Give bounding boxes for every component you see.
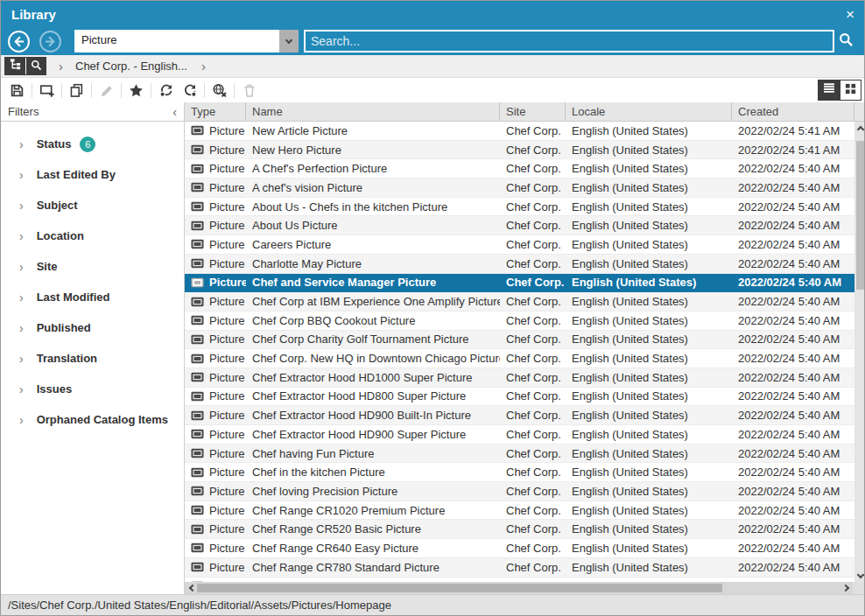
sync-alt-button[interactable]: [178, 80, 201, 101]
sync-button[interactable]: [154, 80, 178, 101]
collapse-filters-icon[interactable]: ‹: [172, 106, 177, 118]
window-title: Library: [1, 7, 836, 22]
table-row[interactable]: PictureAbout Us - Chefs in the kitchen P…: [185, 198, 854, 217]
search-view-button[interactable]: [25, 58, 46, 74]
column-header-type[interactable]: Type: [185, 102, 246, 121]
vertical-scrollbar[interactable]: [854, 122, 864, 582]
add-image-button[interactable]: [35, 80, 59, 101]
tree-view-button[interactable]: [5, 58, 25, 74]
table-row[interactable]: PictureCareers PictureChef Corp.English …: [185, 235, 854, 255]
horizontal-scrollbar[interactable]: [185, 582, 864, 594]
grid-view-button[interactable]: [840, 80, 861, 100]
cell-created: 2022/02/24 5:40 AM: [732, 352, 854, 365]
table-row[interactable]: PictureNew Hero PictureChef Corp.English…: [185, 141, 854, 160]
filter-item-subject[interactable]: ›Subject: [1, 190, 184, 220]
cell-created: 2022/02/24 5:40 AM: [732, 295, 854, 308]
cell-locale: English (United States): [566, 504, 732, 517]
type-filter-dropdown[interactable]: Picture: [74, 30, 299, 52]
breadcrumb-item[interactable]: Chef Corp. - English...: [75, 60, 187, 73]
filter-item-last-edited-by[interactable]: ›Last Edited By: [1, 159, 184, 190]
filter-item-orphaned-catalog-items[interactable]: ›Orphaned Catalog Items: [1, 404, 184, 435]
filter-item-published[interactable]: ›Published: [1, 312, 184, 343]
picture-icon: [191, 257, 204, 270]
table-row[interactable]: PictureChef loving Precision PictureChef…: [185, 482, 854, 501]
filter-item-issues[interactable]: ›Issues: [1, 374, 184, 404]
grid-view-icon: [844, 82, 857, 99]
cell-site: Chef Corp.: [500, 144, 566, 157]
table-row[interactable]: PictureA Chef's Perfection PictureChef C…: [185, 159, 854, 178]
filter-item-last-modified[interactable]: ›Last Modified: [1, 282, 184, 312]
table-row[interactable]: PictureChef Corp Charity Golf Tournament…: [185, 331, 854, 350]
table-row[interactable]: PictureCharlotte May PictureChef Corp.En…: [185, 255, 854, 274]
table-row[interactable]: PictureChef Corp. New HQ in Downtown Chi…: [185, 349, 854, 368]
scroll-up-icon: [856, 125, 863, 132]
horizontal-scroll-track[interactable]: [197, 582, 840, 594]
table-row[interactable]: PictureChef and Service Manager PictureC…: [185, 274, 854, 293]
column-header-created[interactable]: Created: [732, 102, 854, 121]
cell-name: Careers Picture: [246, 238, 500, 251]
close-icon[interactable]: ×: [836, 7, 864, 22]
table-row[interactable]: PictureChef Corp at IBM Experience One A…: [185, 292, 854, 312]
horizontal-scroll-thumb[interactable]: [197, 584, 722, 592]
table-row[interactable]: PictureChef Range CR640 Easy PictureChef…: [185, 539, 854, 558]
column-header-locale[interactable]: Locale: [566, 102, 732, 121]
picture-icon: [191, 200, 204, 213]
table-row[interactable]: PictureNew Article PictureChef Corp.Engl…: [185, 122, 854, 141]
cell-name: Chef Extractor Hood HD900 Super Picture: [246, 428, 500, 441]
table-row[interactable]: PictureChef Extractor Hood HD1000 Super …: [185, 368, 854, 388]
cell-locale: English (United States): [566, 542, 732, 555]
scrollbar-corner: [853, 582, 864, 594]
filters-list: ›Status6›Last Edited By›Subject›Location…: [1, 122, 184, 435]
table-row[interactable]: PictureChef in the kitchen PictureChef C…: [185, 463, 854, 482]
table-row[interactable]: PictureA chef's vision PictureChef Corp.…: [185, 178, 854, 198]
filter-item-status[interactable]: ›Status6: [1, 129, 184, 159]
scroll-right-icon: [841, 584, 848, 592]
scroll-right-button[interactable]: [840, 582, 853, 594]
list-view-button[interactable]: [819, 80, 840, 100]
filter-label: Published: [37, 321, 91, 334]
table-row[interactable]: PictureAbout Us PictureChef Corp.English…: [185, 216, 854, 235]
cell-name: A chef's vision Picture: [246, 181, 500, 194]
cell-locale: English (United States): [566, 447, 732, 460]
filter-item-location[interactable]: ›Location: [1, 220, 184, 251]
remove-language-button[interactable]: [207, 80, 231, 101]
filter-item-translation[interactable]: ›Translation: [1, 343, 184, 374]
table-row[interactable]: PictureChef Range CR780 Standard Picture…: [185, 558, 854, 578]
cell-name: About Us Picture: [246, 219, 500, 232]
cell-created: 2022/02/24 5:40 AM: [732, 542, 854, 555]
scroll-left-icon: [188, 584, 195, 592]
save-button[interactable]: [5, 80, 29, 101]
cell-locale: English (United States): [566, 181, 732, 194]
favorite-button[interactable]: [124, 80, 148, 101]
search-input[interactable]: [304, 30, 834, 52]
column-header-site[interactable]: Site: [500, 102, 566, 121]
cell-type: Picture: [185, 504, 246, 517]
table-row[interactable]: PictureChef Extractor Hood HD900 Super P…: [185, 425, 854, 444]
filter-label: Orphaned Catalog Items: [37, 413, 168, 426]
cell-type: Picture: [185, 181, 246, 194]
table-row[interactable]: PictureChef having Fun PictureChef Corp.…: [185, 444, 854, 464]
forward-button[interactable]: [39, 31, 61, 52]
table-row[interactable]: PictureChef Range CR1020 Premium Picture…: [185, 501, 854, 521]
scroll-up-button[interactable]: [854, 122, 864, 134]
filter-label: Last Modified: [37, 290, 110, 304]
cell-site: Chef Corp.: [500, 314, 566, 327]
picture-icon: [191, 144, 204, 156]
column-header-name[interactable]: Name: [246, 102, 500, 121]
scroll-down-button[interactable]: [854, 570, 864, 582]
scroll-left-button[interactable]: [185, 582, 197, 594]
cell-name: Chef having Fun Picture: [246, 447, 500, 460]
vertical-scroll-thumb[interactable]: [856, 141, 864, 290]
table-row[interactable]: PictureChef Corp BBQ Cookout PictureChef…: [185, 312, 854, 331]
back-button[interactable]: [8, 31, 30, 52]
search-submit-button[interactable]: [834, 30, 857, 52]
filter-item-site[interactable]: ›Site: [1, 251, 184, 282]
copy-button[interactable]: [65, 80, 88, 101]
chevron-right-icon[interactable]: ›: [201, 60, 206, 73]
table-row[interactable]: PictureChef Extractor Hood HD800 Super P…: [185, 388, 854, 407]
dropdown-button[interactable]: [279, 30, 299, 52]
cell-created: 2022/02/24 5:40 AM: [732, 314, 854, 327]
table-row[interactable]: PictureChef Extractor Hood HD900 Built-I…: [185, 406, 854, 425]
item-path: /Sites/Chef Corp./United States/English/…: [8, 598, 391, 612]
table-row[interactable]: PictureChef Range CR520 Basic PictureChe…: [185, 520, 854, 539]
